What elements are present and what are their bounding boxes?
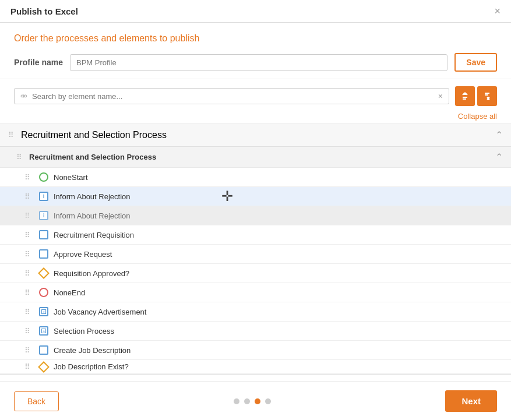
collapse-row: Collapse all xyxy=(0,110,511,123)
item-label: Job Description Exist? xyxy=(54,362,129,371)
sort-desc-icon xyxy=(482,91,492,101)
dot-1 xyxy=(234,398,239,404)
item-drag-handle[interactable]: ⠿ xyxy=(24,346,30,355)
search-clear-icon[interactable]: × xyxy=(438,91,443,101)
task-icon xyxy=(38,345,49,355)
search-section: ⚮ × xyxy=(0,79,511,110)
circle-red-icon xyxy=(38,287,49,298)
drag-handle[interactable]: ⠿ xyxy=(8,130,14,139)
item-label: Requisition Approved? xyxy=(54,269,129,278)
search-icon: ⚮ xyxy=(20,91,27,101)
task-icon xyxy=(38,249,49,259)
modal-header: Publish to Excel × xyxy=(0,0,511,23)
item-label: Inform About Rejection xyxy=(54,192,131,201)
gateway-icon xyxy=(38,362,49,372)
item-label: NoneStart xyxy=(54,173,88,182)
list-item: ⠿ i Inform About Rejection ✛ xyxy=(0,187,511,206)
subprocess-icon: + xyxy=(38,306,49,317)
item-drag-handle[interactable]: ⠿ xyxy=(24,269,30,278)
list-item: ⠿ Requisition Approved? xyxy=(0,264,511,283)
list-item: ⠿ i Inform About Rejection xyxy=(0,206,511,225)
dot-2 xyxy=(244,398,250,404)
list-section[interactable]: ⠿ Recruitment and Selection Process ⌃ ⠿ … xyxy=(0,123,511,382)
item-drag-handle[interactable]: ⠿ xyxy=(24,288,30,297)
item-label: Recruitment Requisition xyxy=(54,231,134,239)
move-cursor-icon: ✛ xyxy=(221,188,233,204)
order-text: Order the processes and elements to publ… xyxy=(14,33,497,44)
save-button[interactable]: Save xyxy=(454,53,497,72)
gateway-icon xyxy=(38,268,49,278)
list-item: ⠿ Approve Request xyxy=(0,245,511,264)
publish-to-excel-modal: Publish to Excel × Order the processes a… xyxy=(0,0,511,420)
search-wrapper: ⚮ × xyxy=(14,88,449,104)
item-drag-handle[interactable]: ⠿ xyxy=(24,327,30,336)
collapse-subgroup-button[interactable]: ⌃ xyxy=(495,151,503,163)
list-item: ⠿ Create Job Description xyxy=(0,341,511,360)
sub-group: ⠿ Recruitment and Selection Process ⌃ ⠿ … xyxy=(0,147,511,374)
item-drag-handle[interactable]: ⠿ xyxy=(24,362,30,371)
list-item: ⠿ NoneEnd xyxy=(0,283,511,302)
process-group-header: ⠿ Recruitment and Selection Process ⌃ xyxy=(0,123,511,147)
profile-label: Profile name xyxy=(14,58,63,67)
modal-title: Publish to Excel xyxy=(10,6,78,16)
item-label: NoneEnd xyxy=(54,288,85,297)
sub-drag-handle[interactable]: ⠿ xyxy=(16,153,22,161)
process-group: ⠿ Recruitment and Selection Process ⌃ ⠿ … xyxy=(0,123,511,375)
collapse-group-button[interactable]: ⌃ xyxy=(495,129,503,140)
item-drag-handle[interactable]: ⠿ xyxy=(24,192,30,201)
next-button[interactable]: Next xyxy=(445,390,497,412)
item-label: Create Job Description xyxy=(54,346,131,355)
process-group-title: Recruitment and Selection Process xyxy=(21,130,167,140)
sub-group-header: ⠿ Recruitment and Selection Process ⌃ xyxy=(0,147,511,168)
item-label: Selection Process xyxy=(54,327,114,336)
modal-body: Order the processes and elements to publ… xyxy=(0,23,511,382)
list-item: ⠿ + Job Vacancy Advertisement xyxy=(0,302,511,322)
collapse-all-link[interactable]: Collapse all xyxy=(458,112,497,121)
item-drag-handle[interactable]: ⠿ xyxy=(24,231,30,239)
item-drag-handle[interactable]: ⠿ xyxy=(24,173,30,182)
sort-buttons xyxy=(455,86,497,106)
sort-asc-button[interactable] xyxy=(455,86,475,106)
list-item: ⠿ Job Description Exist? xyxy=(0,360,511,374)
item-label: Approve Request xyxy=(54,250,112,259)
top-section: Order the processes and elements to publ… xyxy=(0,23,511,79)
item-drag-handle[interactable]: ⠿ xyxy=(24,211,30,220)
dot-4 xyxy=(265,398,271,404)
item-label: Job Vacancy Advertisement xyxy=(54,308,146,316)
dot-3-active xyxy=(255,398,260,404)
search-input[interactable] xyxy=(32,92,434,101)
modal-footer: Back Next xyxy=(0,382,511,420)
close-button[interactable]: × xyxy=(494,6,501,16)
list-item: ⠿ Recruitment Requisition xyxy=(0,225,511,245)
sort-asc-icon xyxy=(460,91,470,101)
task-user-icon: i xyxy=(38,210,49,221)
subprocess-icon: + xyxy=(38,326,49,336)
task-user-icon: i xyxy=(38,191,49,202)
pagination-dots xyxy=(234,398,271,404)
sort-desc-button[interactable] xyxy=(477,86,497,106)
circle-green-icon xyxy=(38,172,49,182)
item-drag-handle[interactable]: ⠿ xyxy=(24,250,30,259)
item-drag-handle[interactable]: ⠿ xyxy=(24,308,30,316)
profile-name-input[interactable] xyxy=(70,54,447,71)
back-button[interactable]: Back xyxy=(14,391,59,411)
item-label: Inform About Rejection xyxy=(54,211,131,220)
profile-row: Profile name Save xyxy=(14,53,497,72)
list-item: ⠿ NoneStart xyxy=(0,168,511,187)
sub-group-title: Recruitment and Selection Process xyxy=(29,153,156,161)
task-icon xyxy=(38,230,49,240)
list-item: ⠿ + Selection Process xyxy=(0,322,511,341)
